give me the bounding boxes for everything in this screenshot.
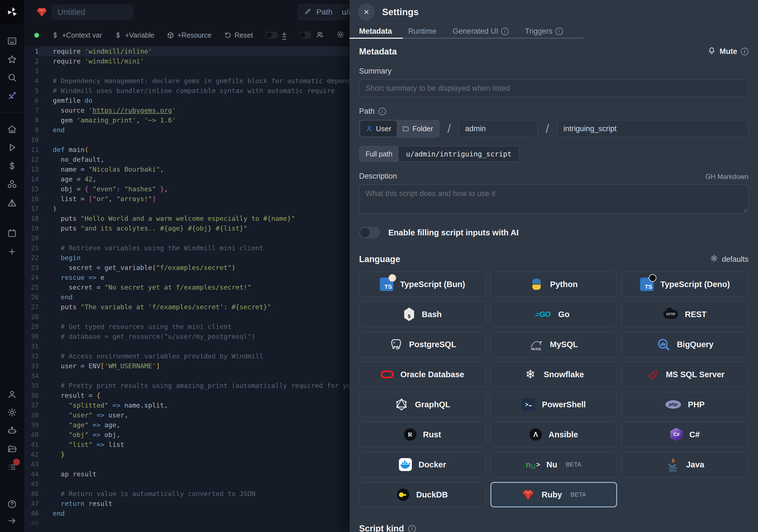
language-grid: TSTypeScript (Bun)PythonTSTypeScript (De… bbox=[359, 272, 748, 507]
tab-triggers[interactable]: Triggers bbox=[525, 27, 563, 36]
language-card-typescript-deno[interactable]: TSTypeScript (Deno) bbox=[622, 272, 748, 297]
resources-cubes-icon[interactable] bbox=[7, 179, 17, 189]
line-number: 14 bbox=[24, 174, 39, 184]
line-number: 3 bbox=[24, 66, 39, 76]
line-number: 39 bbox=[24, 420, 39, 430]
context-var-button[interactable]: +Context var bbox=[52, 31, 102, 39]
language-card-typescript-bun[interactable]: TSTypeScript (Bun) bbox=[359, 272, 486, 297]
runs-play-icon[interactable] bbox=[7, 142, 17, 153]
gear-icon[interactable] bbox=[336, 30, 345, 40]
user-icon bbox=[365, 125, 373, 132]
tab-runtime[interactable]: Runtime bbox=[408, 27, 436, 36]
line-number: 32 bbox=[24, 351, 39, 361]
search-icon[interactable] bbox=[7, 72, 17, 83]
language-card-go[interactable]: GOGo bbox=[491, 302, 617, 327]
collapse-arrow-icon[interactable] bbox=[7, 516, 17, 526]
line-number: 38 bbox=[24, 410, 39, 420]
diff-toggle-group: ± bbox=[265, 31, 286, 40]
variables-dollar-icon[interactable] bbox=[7, 161, 17, 171]
ai-wand-icon[interactable] bbox=[7, 91, 17, 101]
favorites-star-icon[interactable] bbox=[7, 54, 17, 65]
sidebar-divider bbox=[0, 112, 24, 113]
multiplayer-toggle[interactable] bbox=[299, 31, 312, 39]
dollar-icon bbox=[52, 31, 59, 39]
language-card-c[interactable]: C#C# bbox=[622, 422, 748, 447]
language-card-postgresql[interactable]: PostgreSQL bbox=[359, 332, 486, 357]
language-label: GraphQL bbox=[415, 400, 450, 409]
bigquery-icon bbox=[657, 337, 670, 351]
home-icon[interactable] bbox=[7, 124, 17, 134]
language-card-bash[interactable]: $Bash bbox=[359, 302, 486, 327]
language-card-python[interactable]: Python bbox=[491, 272, 617, 297]
folders-icon[interactable] bbox=[7, 444, 17, 454]
language-card-duckdb[interactable]: DuckDB bbox=[359, 482, 486, 507]
owner-kind-folder[interactable]: Folder bbox=[397, 121, 438, 136]
diff-toggle[interactable] bbox=[265, 31, 278, 39]
account-user-icon[interactable] bbox=[7, 389, 17, 400]
language-card-mysql[interactable]: MySQLMySQL bbox=[491, 332, 617, 357]
windmill-logo-icon[interactable] bbox=[0, 0, 24, 24]
mute-button[interactable]: Mute bbox=[707, 46, 748, 57]
triggers-prism-icon[interactable] bbox=[7, 198, 17, 208]
line-number: 34 bbox=[24, 371, 39, 381]
language-label: TypeScript (Deno) bbox=[660, 280, 730, 289]
create-plus-icon[interactable] bbox=[7, 247, 17, 257]
language-card-ms-sql-server[interactable]: MS SQL Server bbox=[622, 362, 748, 387]
language-card-oracle-database[interactable]: Oracle Database bbox=[359, 362, 486, 387]
resource-button[interactable]: +Resource bbox=[167, 31, 212, 39]
summary-input[interactable] bbox=[359, 80, 748, 97]
script-title-input[interactable] bbox=[52, 5, 133, 19]
language-label: BigQuery bbox=[677, 340, 714, 349]
info-icon[interactable] bbox=[378, 108, 386, 115]
language-card-ansible[interactable]: ΛAnsible bbox=[491, 422, 617, 447]
tab-metadata[interactable]: Metadata bbox=[359, 27, 392, 36]
language-label: MySQL bbox=[550, 340, 578, 349]
tab-generated-ui[interactable]: Generated UI bbox=[453, 27, 509, 36]
line-number: 33 bbox=[24, 361, 39, 371]
description-textarea[interactable] bbox=[359, 185, 748, 214]
info-icon[interactable] bbox=[741, 48, 748, 55]
info-icon[interactable] bbox=[555, 27, 563, 35]
path-separator: / bbox=[447, 122, 451, 136]
settings-gear-icon[interactable] bbox=[7, 407, 17, 417]
path-owner-input[interactable] bbox=[459, 120, 538, 137]
line-number: 13 bbox=[24, 164, 39, 174]
language-defaults-button[interactable]: defaults bbox=[710, 254, 748, 264]
variable-button[interactable]: +Variable bbox=[114, 31, 154, 39]
go-icon: GO bbox=[538, 307, 551, 321]
owner-kind-user[interactable]: User bbox=[360, 121, 397, 136]
line-number: 28 bbox=[24, 312, 39, 322]
script-kind-label: Script kind bbox=[359, 523, 404, 532]
workers-robot-icon[interactable] bbox=[7, 426, 17, 436]
rust-icon: R bbox=[404, 428, 416, 441]
language-card-docker[interactable]: Docker bbox=[359, 452, 486, 477]
language-card-snowflake[interactable]: ❄Snowflake bbox=[491, 362, 617, 387]
language-card-nu[interactable]: nu>NuBETA bbox=[491, 452, 617, 477]
schedules-calendar-icon[interactable] bbox=[7, 228, 17, 238]
full-path-badge: Full path u/admin/intriguing_script bbox=[359, 146, 519, 162]
audit-logs-icon[interactable] bbox=[7, 462, 17, 472]
close-icon[interactable]: × bbox=[358, 4, 375, 20]
line-number: 15 bbox=[24, 184, 39, 194]
language-card-rust[interactable]: RRust bbox=[359, 422, 486, 447]
language-card-java[interactable]: JavaJava bbox=[622, 452, 748, 477]
language-card-php[interactable]: phpPHP bbox=[622, 392, 748, 417]
info-icon[interactable] bbox=[408, 525, 416, 532]
ai-inputs-toggle[interactable] bbox=[359, 227, 380, 238]
path-name-input[interactable] bbox=[557, 120, 748, 137]
line-number: 21 bbox=[24, 243, 39, 253]
language-card-bigquery[interactable]: BigQuery bbox=[622, 332, 748, 357]
workspace-icon[interactable] bbox=[7, 36, 17, 46]
language-card-powershell[interactable]: >PowerShell bbox=[491, 392, 617, 417]
language-label: Rust bbox=[423, 430, 441, 439]
info-icon[interactable] bbox=[501, 27, 509, 35]
language-card-graphql[interactable]: GraphQL bbox=[359, 392, 486, 417]
language-card-rest[interactable]: HTTPREST bbox=[622, 302, 748, 327]
language-card-ruby[interactable]: RubyBETA bbox=[491, 482, 617, 507]
help-icon[interactable] bbox=[7, 499, 17, 509]
status-dot bbox=[34, 33, 39, 38]
line-number: 4 bbox=[24, 76, 39, 86]
line-number: 5 bbox=[24, 86, 39, 96]
gh-markdown-hint: GH Markdown bbox=[706, 173, 748, 181]
reset-button[interactable]: Reset bbox=[224, 31, 253, 39]
